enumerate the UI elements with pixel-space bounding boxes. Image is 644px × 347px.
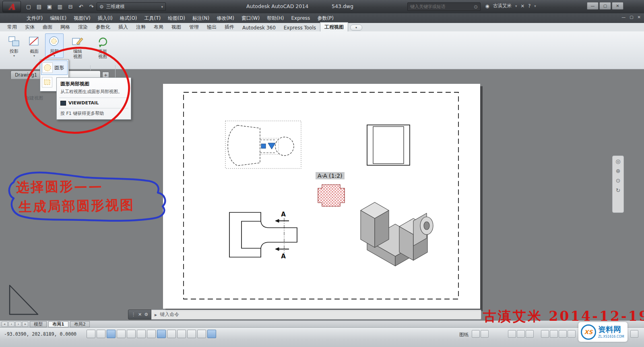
orbit-icon[interactable]: ↻: [616, 187, 621, 193]
ribbon-minimize-button[interactable]: ▾: [350, 25, 362, 31]
menu-express[interactable]: Express: [288, 14, 314, 22]
plot-icon[interactable]: ⊟: [66, 2, 75, 10]
undo-icon[interactable]: ↶: [76, 2, 85, 10]
annotation-visibility-icon[interactable]: [541, 330, 549, 338]
menu-parametric[interactable]: 参数(P): [314, 14, 337, 23]
tab-surface[interactable]: 曲面: [39, 23, 56, 31]
close-button[interactable]: ✕: [612, 2, 623, 10]
minimize-button[interactable]: —: [587, 2, 599, 10]
toggle-grid-display[interactable]: [107, 330, 116, 338]
zoom-icon[interactable]: ⊙: [616, 178, 621, 184]
tab-layout1[interactable]: 布局1: [48, 321, 68, 327]
multifunction-grip-arrow[interactable]: [268, 143, 275, 149]
exchange-apps-icon[interactable]: ✕: [521, 3, 525, 9]
steering-wheel-icon[interactable]: ◎: [615, 158, 620, 164]
last-layout-icon[interactable]: »: [22, 322, 28, 327]
tab-drawing-views[interactable]: 工程视图: [320, 22, 348, 31]
toggle-snap-mode[interactable]: [97, 330, 105, 338]
toggle-object-snap[interactable]: [137, 330, 146, 338]
menu-edit[interactable]: 编辑(E): [47, 14, 70, 23]
customize-wrench-icon[interactable]: ⚙: [144, 312, 148, 317]
menu-tools[interactable]: 工具(T): [141, 14, 164, 23]
toggle-ortho-mode[interactable]: [117, 330, 126, 338]
tab-solid[interactable]: 实体: [21, 23, 39, 31]
tab-home[interactable]: 常用: [3, 23, 21, 31]
menu-window[interactable]: 窗口(W): [238, 14, 263, 23]
selection-grip-square[interactable]: [261, 144, 266, 148]
chevron-down-icon[interactable]: ▾: [534, 4, 536, 8]
chevron-down-icon[interactable]: ▾: [515, 4, 517, 8]
open-file-icon[interactable]: ▤: [35, 2, 43, 10]
tab-annotate[interactable]: 注释: [132, 23, 150, 31]
menu-format[interactable]: 格式(O): [117, 14, 140, 23]
signed-in-username[interactable]: 古滇艾米: [493, 3, 512, 9]
toggle-quick-properties[interactable]: [197, 330, 206, 338]
search-icon[interactable]: ⊙: [474, 4, 480, 10]
paper-space-icon[interactable]: [472, 330, 480, 338]
menu-dimension[interactable]: 标注(N): [189, 14, 213, 23]
annotation-scale-icon[interactable]: [526, 330, 534, 338]
paper-model-indicator[interactable]: 图纸: [459, 332, 469, 338]
toggle-selection-cycling[interactable]: [207, 330, 216, 338]
menu-file[interactable]: 文件(F): [23, 14, 46, 23]
tab-insert[interactable]: 插入: [114, 23, 132, 31]
prev-layout-icon[interactable]: ‹: [8, 322, 14, 327]
tab-model[interactable]: 模型: [30, 321, 47, 327]
drag-grip-icon[interactable]: ⋮: [131, 312, 136, 317]
annotation-autoscale-icon[interactable]: [550, 330, 558, 338]
section-view-button[interactable]: 截面 ▾: [25, 33, 43, 58]
first-layout-icon[interactable]: «: [2, 322, 8, 327]
menu-draw[interactable]: 绘图(D): [165, 14, 188, 23]
close-icon[interactable]: ✕: [138, 312, 142, 317]
tab-view[interactable]: 视图: [167, 23, 185, 31]
pan-icon[interactable]: ⊕: [616, 168, 621, 174]
section-view-label[interactable]: A-A (1:2): [316, 172, 345, 179]
model-space-icon[interactable]: [481, 330, 489, 338]
tab-layout2[interactable]: 布局2: [70, 321, 90, 327]
tab-plugins[interactable]: 插件: [221, 23, 238, 31]
save-icon[interactable]: ▣: [45, 2, 54, 10]
doc-restore-icon[interactable]: ▢: [630, 15, 633, 19]
redo-icon[interactable]: ↷: [87, 2, 96, 10]
menu-insert[interactable]: 插入(I): [95, 14, 116, 23]
command-input[interactable]: ▸ 键入命令: [151, 310, 481, 320]
menu-modify[interactable]: 修改(M): [213, 14, 237, 23]
toggle-3d-object-snap[interactable]: [147, 330, 156, 338]
doc-minimize-icon[interactable]: —: [621, 15, 625, 19]
tab-parametric[interactable]: 参数化: [92, 23, 114, 31]
toggle-dynamic-input[interactable]: [167, 330, 176, 338]
new-file-icon[interactable]: ▢: [24, 2, 33, 10]
toggle-polar-tracking[interactable]: [127, 330, 136, 338]
tab-layout[interactable]: 布局: [150, 23, 167, 31]
drawing-viewport[interactable]: A A: [163, 84, 480, 309]
help-icon[interactable]: ?: [528, 3, 530, 9]
doc-close-icon[interactable]: ✕: [638, 15, 641, 19]
tab-autodesk360[interactable]: Autodesk 360: [238, 24, 280, 31]
coordinate-display[interactable]: -93.0390, 202.8189, 0.0000: [4, 331, 76, 337]
application-menu-button[interactable]: A: [2, 1, 21, 12]
workspace-switcher[interactable]: ⚙ 三维建模 ▾: [97, 2, 166, 11]
edit-view-button[interactable]: 编辑 视图: [68, 33, 88, 60]
toggle-lineweight[interactable]: [177, 330, 186, 338]
tab-render[interactable]: 渲染: [74, 23, 92, 31]
save-as-icon[interactable]: ▥: [56, 2, 64, 10]
maximize-button[interactable]: ▢: [599, 2, 611, 10]
quick-view-layouts-icon[interactable]: [508, 330, 516, 338]
tab-output[interactable]: 输出: [203, 23, 221, 31]
quick-view-drawings-icon[interactable]: [517, 330, 525, 338]
toolbar-lock-icon[interactable]: [568, 330, 576, 338]
menu-view[interactable]: 视图(V): [70, 14, 94, 23]
detail-view-button[interactable]: 局部 ▾: [45, 33, 64, 58]
toggle-dynamic-ucs[interactable]: [157, 330, 166, 338]
projection-view-button[interactable]: 投影 ▾: [5, 33, 23, 58]
dropdown-item-circular[interactable]: 圆形: [41, 60, 68, 75]
tab-express-tools[interactable]: Express Tools: [280, 24, 320, 31]
tab-mesh[interactable]: 网格: [56, 23, 74, 31]
workspace-switching-icon[interactable]: [559, 330, 567, 338]
search-input[interactable]: [408, 4, 474, 9]
toggle-transparency[interactable]: [187, 330, 196, 338]
toggle-infer-constraints[interactable]: [87, 330, 95, 338]
clean-screen-icon[interactable]: [630, 330, 638, 338]
tab-manage[interactable]: 管理: [185, 23, 203, 31]
menu-help[interactable]: 帮助(H): [264, 14, 287, 23]
